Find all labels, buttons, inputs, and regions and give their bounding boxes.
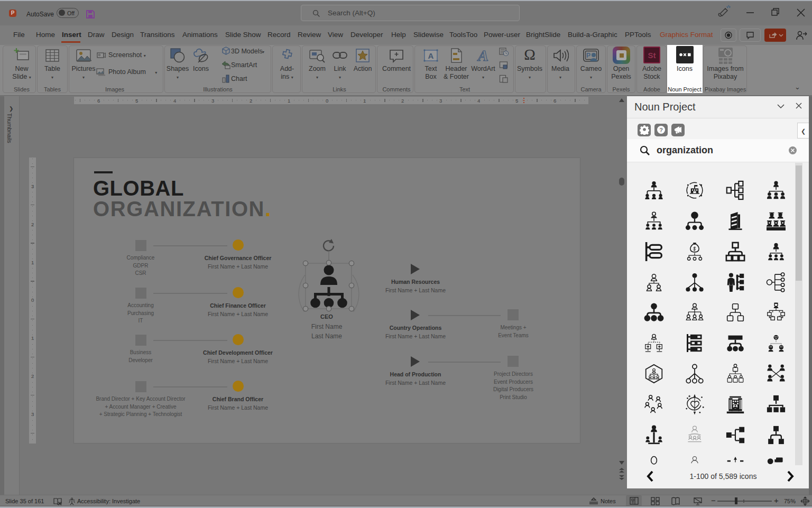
svg-text:?: ?: [659, 127, 663, 133]
